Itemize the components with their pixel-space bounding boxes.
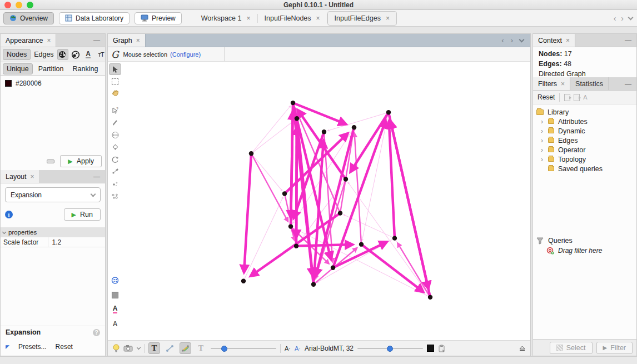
data-laboratory-button[interactable]: Data Laboratory bbox=[59, 12, 130, 24]
close-icon[interactable]: × bbox=[31, 173, 34, 181]
info-icon[interactable]: i bbox=[5, 211, 13, 218]
minimize-panel-icon[interactable]: — bbox=[93, 37, 105, 44]
rectangle-selection-tool[interactable] bbox=[109, 76, 121, 87]
tree-item-dynamic[interactable]: › Dynamic bbox=[536, 126, 633, 136]
edges-tab[interactable]: Edges bbox=[31, 49, 57, 59]
tree-item-operator[interactable]: › Operator bbox=[536, 145, 633, 154]
scroll-right-icon[interactable]: › bbox=[511, 36, 513, 44]
shortest-path-tool[interactable] bbox=[109, 190, 121, 202]
font-size-slider[interactable] bbox=[357, 345, 423, 352]
help-icon[interactable]: ? bbox=[93, 329, 100, 336]
show-node-labels-button[interactable]: T bbox=[148, 342, 160, 354]
close-icon[interactable]: × bbox=[386, 14, 390, 22]
graph-canvas[interactable]: ? bbox=[108, 62, 530, 340]
property-value-input[interactable]: 1.2 bbox=[48, 238, 61, 246]
run-button[interactable]: ▶ Run bbox=[64, 208, 101, 221]
network-graph[interactable] bbox=[108, 62, 530, 340]
show-edges-button[interactable] bbox=[164, 342, 176, 354]
overview-button[interactable]: Overview bbox=[3, 12, 54, 24]
scroll-right-icon[interactable]: › bbox=[621, 14, 624, 23]
expander-icon[interactable]: › bbox=[540, 156, 544, 163]
workspace-tab-1[interactable]: Workspace 1 × bbox=[195, 10, 257, 26]
slider-thumb[interactable] bbox=[387, 346, 393, 352]
tab-appearance[interactable]: Appearance × bbox=[1, 34, 56, 47]
tree-item-topology[interactable]: › Topology bbox=[536, 154, 633, 164]
label-color-swatch[interactable] bbox=[427, 345, 434, 352]
node-pencil-tool[interactable] bbox=[109, 178, 121, 190]
painter-tool[interactable] bbox=[109, 117, 121, 128]
scroll-left-icon[interactable]: ‹ bbox=[501, 36, 504, 44]
edge-weight-slider[interactable] bbox=[211, 345, 276, 352]
reset-layout-button[interactable]: Reset bbox=[56, 343, 73, 351]
labels-size-button[interactable]: A bbox=[109, 318, 121, 330]
subtab-unique[interactable]: Unique bbox=[3, 63, 33, 74]
drag-tool[interactable] bbox=[109, 88, 121, 99]
export-workspace-icon[interactable] bbox=[574, 94, 580, 101]
export-filtered-icon[interactable] bbox=[564, 94, 570, 101]
tab-list-dropdown-icon[interactable] bbox=[519, 37, 525, 42]
tab-graph[interactable]: Graph × bbox=[108, 34, 146, 47]
properties-header[interactable]: properties bbox=[1, 227, 105, 237]
preview-button[interactable]: Preview bbox=[135, 12, 182, 24]
close-icon[interactable]: × bbox=[566, 37, 570, 44]
presets-button[interactable]: Presets... bbox=[18, 343, 47, 351]
workspace-tab-2[interactable]: InputFileNodes × bbox=[258, 10, 327, 26]
attributes-settings-icon[interactable] bbox=[438, 345, 446, 352]
size-icon[interactable] bbox=[70, 49, 81, 60]
tree-item-library[interactable]: Library bbox=[536, 107, 633, 117]
subtab-ranking[interactable]: Ranking bbox=[69, 64, 101, 74]
layout-algorithm-select[interactable]: Expansion bbox=[5, 187, 101, 202]
label-color-icon[interactable]: A bbox=[83, 49, 94, 60]
background-color-button[interactable] bbox=[109, 289, 121, 301]
tree-item-edges[interactable]: › Edges bbox=[536, 136, 633, 145]
expander-icon[interactable]: › bbox=[540, 127, 544, 135]
autorefresh-icon[interactable]: A bbox=[583, 94, 587, 101]
drag-filter-target[interactable]: Drag filter here bbox=[536, 246, 633, 256]
filter-button[interactable]: ▶ Filter bbox=[596, 342, 633, 354]
expander-icon[interactable]: › bbox=[540, 137, 544, 144]
color-swatch[interactable] bbox=[5, 80, 12, 87]
increase-font-button[interactable]: A· bbox=[295, 345, 301, 352]
tab-layout[interactable]: Layout × bbox=[1, 170, 40, 183]
label-size-icon[interactable]: тT bbox=[96, 49, 107, 60]
close-icon[interactable]: × bbox=[561, 80, 565, 88]
lightbulb-icon[interactable] bbox=[113, 344, 120, 353]
expand-toolbar-icon[interactable] bbox=[519, 346, 525, 351]
screenshot-options-icon[interactable] bbox=[137, 346, 141, 350]
minimize-panel-icon[interactable]: — bbox=[625, 80, 636, 88]
decrease-font-button[interactable]: A· bbox=[285, 345, 291, 352]
close-icon[interactable]: × bbox=[246, 14, 250, 22]
font-label[interactable]: Arial-BoldMT, 32 bbox=[305, 345, 354, 352]
show-edge-labels-button[interactable]: T bbox=[195, 342, 207, 354]
direct-selection-tool[interactable] bbox=[109, 63, 121, 75]
select-button[interactable]: Select bbox=[550, 342, 593, 354]
subtab-partition[interactable]: Partition bbox=[35, 64, 67, 74]
expander-icon[interactable]: › bbox=[540, 118, 544, 126]
apply-button[interactable]: ▶ Apply bbox=[60, 155, 102, 167]
screenshot-camera-icon[interactable] bbox=[123, 345, 133, 352]
sizer-tool[interactable] bbox=[109, 129, 121, 141]
heatmap-tool[interactable] bbox=[109, 153, 121, 165]
splitter-icon[interactable] bbox=[47, 159, 54, 163]
edit-tool[interactable]: ? bbox=[109, 104, 121, 116]
tab-filters[interactable]: Filters × bbox=[533, 77, 570, 90]
slider-thumb[interactable] bbox=[221, 346, 227, 352]
tab-list-dropdown-icon[interactable] bbox=[628, 14, 634, 20]
labels-color-button[interactable]: A bbox=[109, 303, 121, 315]
nodes-tab[interactable]: Nodes bbox=[3, 49, 31, 60]
expander-icon[interactable]: › bbox=[540, 146, 544, 154]
close-icon[interactable]: × bbox=[316, 14, 320, 22]
scroll-left-icon[interactable]: ‹ bbox=[614, 14, 616, 23]
workspace-tab-3-selected[interactable]: InputFileEdges × bbox=[327, 11, 397, 26]
reset-filters-button[interactable]: Reset bbox=[538, 93, 555, 101]
brush-tool[interactable] bbox=[109, 141, 121, 153]
close-icon[interactable]: × bbox=[136, 37, 140, 44]
configure-link[interactable]: (Configure) bbox=[170, 51, 201, 58]
close-icon[interactable]: × bbox=[47, 37, 51, 44]
tree-item-attributes[interactable]: › Attributes bbox=[536, 117, 633, 126]
tab-context[interactable]: Context × bbox=[533, 34, 575, 47]
edge-color-mode-button[interactable] bbox=[180, 342, 191, 354]
color-palette-icon[interactable] bbox=[57, 49, 68, 60]
minimize-panel-icon[interactable]: — bbox=[93, 173, 105, 181]
edge-pencil-tool[interactable] bbox=[109, 166, 121, 177]
